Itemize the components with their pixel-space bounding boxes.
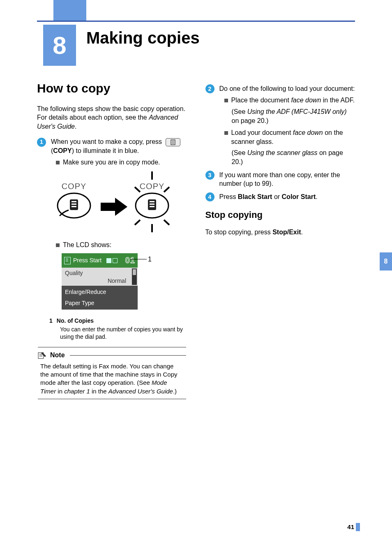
- stop-paragraph: To stop copying, press Stop/Exit.: [205, 228, 355, 237]
- illustration-copy-right: COPY: [140, 182, 165, 191]
- header-rule: [37, 21, 355, 22]
- bullet-square-icon: [224, 99, 228, 102]
- step-1-body: When you want to make a copy, press (COP…: [51, 137, 187, 155]
- step-2: 2 Do one of the following to load your d…: [205, 84, 355, 93]
- copy-button-illustration: COPY COPY: [39, 171, 187, 235]
- step2-bullet-1-sub: (See Using the ADF (MFC-J415W only) on p…: [232, 107, 355, 125]
- note-heading-rule: [70, 355, 186, 356]
- note-em3: Advanced User's Guide: [108, 388, 173, 395]
- svg-rect-7: [71, 204, 76, 205]
- lcd-page-boxes-icon: [106, 258, 118, 263]
- step-3-number: 3: [205, 171, 214, 180]
- chapter-number-box: 8: [43, 25, 76, 66]
- s4-b1: Black Start: [238, 193, 272, 200]
- lcd-screen: Press Start 01 Quality Normal Enlarge/Re…: [62, 253, 138, 310]
- step-1-number: 1: [37, 138, 46, 147]
- step1-line-a: When you want to make a copy, press: [51, 138, 164, 145]
- note-heading: Note: [38, 351, 186, 360]
- bullet-square-icon: [56, 243, 60, 247]
- svg-rect-8: [71, 206, 76, 207]
- chapter-side-tab: 8: [380, 252, 392, 271]
- svg-line-20: [164, 220, 169, 225]
- side-tab-number: 8: [384, 258, 388, 265]
- s4-a: Press: [219, 193, 238, 200]
- note-body: The default setting is Fax mode. You can…: [38, 362, 186, 395]
- step2-bullet-1-text: Place the document face down in the ADF.: [231, 96, 355, 105]
- subsection-heading: Stop copying: [205, 209, 355, 221]
- left-column: How to copy The following steps show the…: [37, 80, 187, 399]
- header-accent-block: [53, 0, 86, 21]
- lcd-legend: 1No. of Copies You can enter the number …: [49, 317, 187, 340]
- step1-bullet-2-text: The LCD shows:: [63, 240, 111, 250]
- lcd-scrollbar: [132, 268, 137, 285]
- lcd-quality-label: Quality: [65, 270, 83, 276]
- lcd-header: Press Start 01: [62, 253, 138, 268]
- s2b2-em: face down: [293, 129, 323, 136]
- step-4-text: Press Black Start or Color Start.: [219, 192, 318, 201]
- s2b1s-b: on page 20.): [232, 117, 269, 124]
- lcd-quality-value: Normal: [65, 277, 134, 285]
- page-corner-accent: [356, 523, 360, 531]
- svg-line-18: [164, 187, 169, 192]
- s4-mid: or: [272, 193, 281, 200]
- step1-bullet-2: The LCD shows:: [56, 240, 187, 250]
- stop-b: Stop/Exit: [272, 229, 301, 236]
- callout-leader-line: [130, 259, 147, 259]
- s2b1s-a: (See: [232, 108, 247, 115]
- copy-key-icon: [166, 138, 180, 146]
- s2b1-b: in the ADF.: [321, 97, 355, 104]
- step2-bullet-2-sub: (See Using the scanner glass on page 20.…: [232, 148, 355, 166]
- step-3: 3 If you want more than one copy, enter …: [205, 171, 355, 188]
- chapter-number: 8: [53, 31, 66, 60]
- lcd-row-papertype: Paper Type: [62, 298, 138, 310]
- s2b1-em: face down: [291, 97, 321, 104]
- legend-title: No. of Copies: [57, 317, 94, 324]
- lcd-quality-row: Quality Normal: [62, 268, 138, 286]
- step-2-number: 2: [205, 84, 214, 93]
- svg-rect-6: [71, 201, 76, 202]
- note-icon: [38, 352, 47, 359]
- stop-c: .: [301, 229, 302, 236]
- bullet-square-icon: [56, 161, 60, 164]
- s2b2s-a: (See: [232, 149, 247, 156]
- illustration-copy-left: COPY: [62, 182, 87, 191]
- legend-number: 1: [49, 317, 53, 324]
- right-column: 2 Do one of the following to load your d…: [205, 80, 355, 399]
- chapter-title: Making copies: [86, 29, 200, 47]
- s4-b2: Color Start: [282, 193, 316, 200]
- intro-paragraph: The following steps show the basic copy …: [37, 104, 187, 131]
- step2-bullet-2: Load your document face down on the scan…: [224, 128, 355, 146]
- s2b2s-em: Using the scanner glass: [247, 149, 318, 156]
- svg-rect-12: [150, 201, 154, 202]
- step-1: 1 When you want to make a copy, press (C…: [37, 137, 187, 155]
- step2-bullet-2-text: Load your document face down on the scan…: [231, 128, 355, 146]
- page-number: 41: [347, 523, 354, 530]
- lcd-header-text: Press Start: [73, 257, 101, 264]
- step1-bullet-1-text: Make sure you are in copy mode.: [63, 158, 160, 167]
- bullet-square-icon: [224, 131, 228, 135]
- note-text-c: in the: [90, 388, 108, 395]
- step1-bullet-1: Make sure you are in copy mode.: [56, 158, 187, 167]
- step-3-text: If you want more than one copy, enter th…: [219, 171, 355, 188]
- section-heading: How to copy: [37, 80, 187, 97]
- note-text-d: .): [173, 388, 177, 395]
- legend-body: You can enter the number of copies you w…: [60, 326, 187, 340]
- svg-line-19: [135, 220, 140, 225]
- lcd-illustration: Press Start 01 Quality Normal Enlarge/Re…: [62, 253, 148, 310]
- lcd-row-enlarge: Enlarge/Reduce: [62, 286, 138, 298]
- intro-text-b: .: [75, 123, 76, 130]
- copy-word: COPY: [53, 147, 71, 154]
- s2b1s-em: Using the ADF (MFC-J415W only): [247, 108, 347, 115]
- step-4: 4 Press Black Start or Color Start.: [205, 192, 355, 201]
- s2b1-a: Place the document: [231, 97, 291, 104]
- svg-rect-13: [150, 204, 154, 205]
- note-em2: chapter 1: [64, 388, 90, 395]
- step-2-intro: Do one of the following to load your doc…: [219, 84, 355, 93]
- step1-line-b: ) to illuminate it in blue.: [72, 147, 139, 154]
- callout-number: 1: [148, 255, 152, 264]
- s4-end: .: [316, 193, 317, 200]
- step-4-number: 4: [205, 192, 214, 201]
- note-block: Note The default setting is Fax mode. Yo…: [38, 347, 186, 399]
- lcd-copy-count: 01: [125, 255, 135, 266]
- lcd-doc-icon: [64, 257, 71, 264]
